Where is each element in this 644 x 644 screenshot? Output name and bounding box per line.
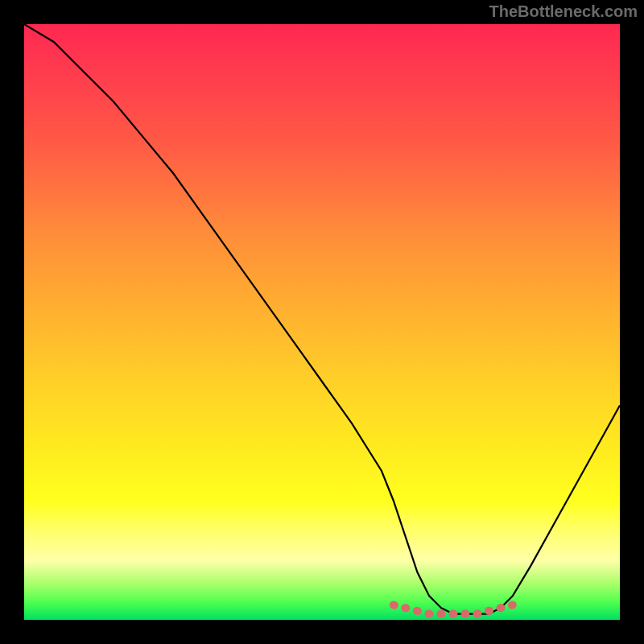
chart-svg xyxy=(24,24,620,620)
optimal-range-dots xyxy=(394,605,513,614)
plot-area xyxy=(24,24,620,620)
watermark-text: TheBottleneck.com xyxy=(489,2,638,21)
bottleneck-curve xyxy=(24,24,620,614)
